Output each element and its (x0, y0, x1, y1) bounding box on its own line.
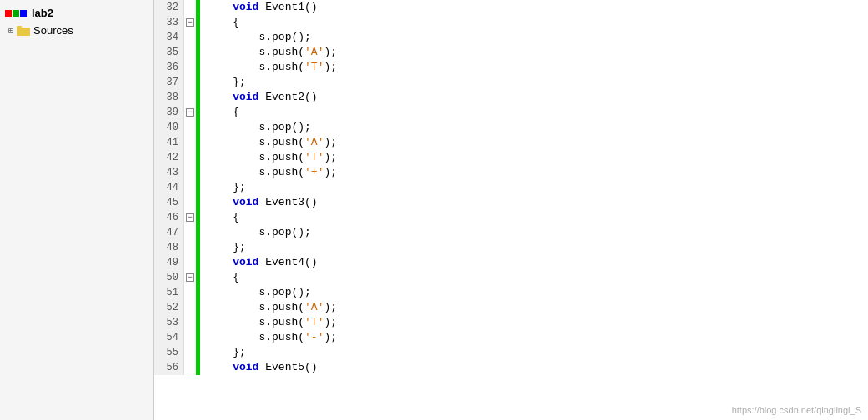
fold-column (184, 330, 198, 345)
fold-button[interactable]: − (186, 18, 194, 27)
line-number: 34 (154, 30, 184, 45)
svg-rect-2 (17, 26, 22, 29)
code-content: s.push('T'); (200, 60, 868, 75)
code-content: }; (200, 180, 868, 195)
code-content: s.pop(); (200, 225, 868, 240)
fold-column (184, 345, 198, 360)
code-line: 38 void Event2() (154, 90, 868, 105)
line-number: 54 (154, 330, 184, 345)
code-content: s.push('A'); (200, 135, 868, 150)
fold-column (184, 60, 198, 75)
line-number: 47 (154, 225, 184, 240)
code-line: 44 }; (154, 180, 868, 195)
code-content: s.push('A'); (200, 300, 868, 315)
fold-column (184, 285, 198, 300)
sources-tree-item[interactable]: ⊞ Sources (0, 22, 153, 38)
code-line: 48 }; (154, 240, 868, 255)
code-line: 53 s.push('T'); (154, 315, 868, 330)
fold-button[interactable]: − (186, 273, 194, 282)
code-content: }; (200, 240, 868, 255)
code-line: 55 }; (154, 345, 868, 360)
fold-column: − (184, 210, 198, 225)
line-number: 40 (154, 120, 184, 135)
fold-column (184, 315, 198, 330)
line-number: 55 (154, 345, 184, 360)
code-content: s.push('A'); (200, 45, 868, 60)
folder-icon (17, 25, 30, 36)
icon-blue (20, 10, 27, 17)
code-line: 45 void Event3() (154, 195, 868, 210)
code-content: s.push('-'); (200, 330, 868, 345)
code-content: void Event3() (200, 195, 868, 210)
code-content: void Event4() (200, 255, 868, 270)
fold-button[interactable]: − (186, 108, 194, 117)
fold-column (184, 90, 198, 105)
line-number: 43 (154, 165, 184, 180)
code-content: }; (200, 345, 868, 360)
code-content: s.push('T'); (200, 150, 868, 165)
fold-column (184, 150, 198, 165)
icon-green (13, 10, 19, 17)
line-number: 56 (154, 360, 184, 375)
code-line: 32 void Event1() (154, 0, 868, 15)
line-number: 53 (154, 315, 184, 330)
code-content: s.pop(); (200, 285, 868, 300)
fold-column (184, 300, 198, 315)
fold-column (184, 135, 198, 150)
code-lines: 32 void Event1()33− {34 s.pop();35 s.pus… (154, 0, 868, 375)
code-line: 52 s.push('A'); (154, 300, 868, 315)
left-panel: lab2 ⊞ Sources (0, 0, 154, 420)
fold-button[interactable]: − (186, 213, 194, 222)
icon-red (5, 10, 12, 17)
line-number: 36 (154, 60, 184, 75)
line-number: 49 (154, 255, 184, 270)
code-line: 36 s.push('T'); (154, 60, 868, 75)
line-number: 37 (154, 75, 184, 90)
code-content: void Event1() (200, 0, 868, 15)
code-content: { (200, 210, 868, 225)
code-content: { (200, 270, 868, 285)
line-number: 52 (154, 300, 184, 315)
line-number: 41 (154, 135, 184, 150)
line-number: 35 (154, 45, 184, 60)
fold-column: − (184, 105, 198, 120)
fold-column (184, 75, 198, 90)
code-line: 42 s.push('T'); (154, 150, 868, 165)
code-line: 41 s.push('A'); (154, 135, 868, 150)
sources-label: Sources (33, 24, 73, 37)
code-line: 43 s.push('+'); (154, 165, 868, 180)
fold-column (184, 240, 198, 255)
line-number: 33 (154, 15, 184, 30)
watermark: https://blog.csdn.net/qinglingl_S (732, 405, 861, 415)
code-editor: 32 void Event1()33− {34 s.pop();35 s.pus… (154, 0, 868, 420)
code-line: 40 s.pop(); (154, 120, 868, 135)
code-line: 56 void Event5() (154, 360, 868, 375)
app-header: lab2 (0, 3, 153, 22)
code-line: 47 s.pop(); (154, 225, 868, 240)
line-number: 46 (154, 210, 184, 225)
code-line: 49 void Event4() (154, 255, 868, 270)
line-number: 42 (154, 150, 184, 165)
line-number: 39 (154, 105, 184, 120)
fold-column (184, 195, 198, 210)
fold-column (184, 45, 198, 60)
code-content: s.push('+'); (200, 165, 868, 180)
code-line: 46− { (154, 210, 868, 225)
fold-column (184, 165, 198, 180)
tree-expand-icon[interactable]: ⊞ (8, 26, 13, 36)
fold-column (184, 360, 198, 375)
line-number: 45 (154, 195, 184, 210)
line-number: 44 (154, 180, 184, 195)
code-line: 35 s.push('A'); (154, 45, 868, 60)
code-content: s.pop(); (200, 30, 868, 45)
code-line: 54 s.push('-'); (154, 330, 868, 345)
fold-column (184, 255, 198, 270)
fold-column (184, 0, 198, 15)
fold-column (184, 120, 198, 135)
fold-column: − (184, 270, 198, 285)
app-title: lab2 (32, 7, 53, 19)
code-content: }; (200, 75, 868, 90)
code-content: s.push('T'); (200, 315, 868, 330)
line-number: 51 (154, 285, 184, 300)
fold-column (184, 180, 198, 195)
